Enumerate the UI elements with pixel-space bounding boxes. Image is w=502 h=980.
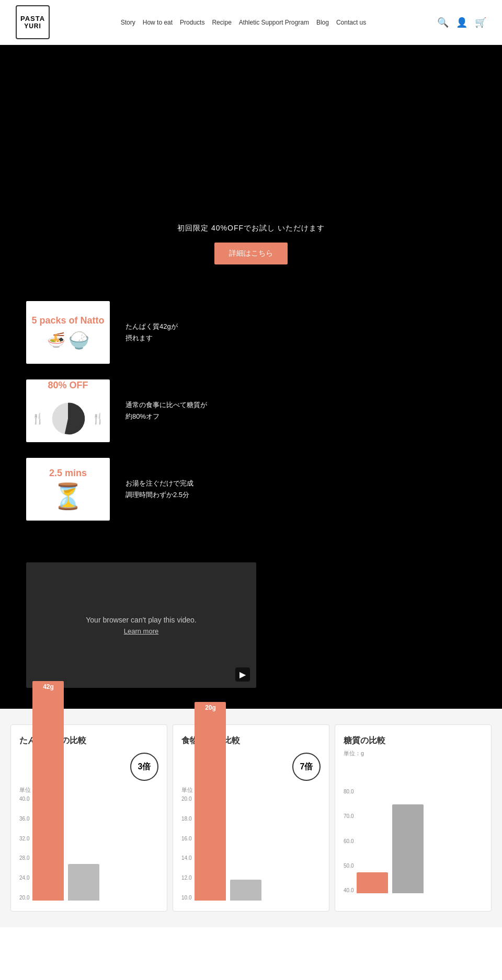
protein-multiplier: 3倍 bbox=[130, 753, 158, 781]
nav-story[interactable]: Story bbox=[121, 19, 135, 26]
feature-img-mins: 2.5 mins ⏳ bbox=[26, 458, 110, 521]
sugar-yaxis: 80.070.060.050.040.0 bbox=[344, 789, 353, 893]
natto-title: 5 packs of Natto bbox=[31, 315, 105, 326]
video-player: Your browser can't play this video. Lear… bbox=[26, 562, 256, 688]
protein-bar-compare bbox=[68, 864, 99, 901]
hero-button[interactable]: 詳細はこちら bbox=[214, 243, 288, 264]
hero-text: 初回限定 40%OFFでお試し いただけます bbox=[177, 224, 325, 233]
video-play-button[interactable]: ▶ bbox=[235, 667, 250, 682]
feature-img-off: 80% OFF 🍴 🍴 bbox=[26, 379, 110, 442]
logo[interactable]: PASTA YURI bbox=[16, 5, 50, 39]
feature-text-mins: お湯を注ぐだけで完成 調理時間わずか2.5分 bbox=[126, 478, 193, 501]
feature-text-off: 通常の食事に比べて糖質が 約80%オフ bbox=[126, 399, 207, 422]
video-learn-more[interactable]: Learn more bbox=[124, 627, 158, 635]
logo-line2: YURI bbox=[24, 22, 41, 30]
fiber-multiplier: 7倍 bbox=[292, 753, 321, 781]
feature-row-natto: 5 packs of Natto 🍜 🍚 たんぱく質42gが 摂れます bbox=[0, 296, 502, 369]
mins-title: 2.5 mins bbox=[31, 468, 105, 479]
protein-bar-pasta: 42g bbox=[32, 681, 64, 901]
login-icon[interactable]: 👤 bbox=[456, 17, 467, 28]
nav-products[interactable]: Products bbox=[180, 19, 204, 26]
video-section: Your browser can't play this video. Lear… bbox=[0, 552, 502, 709]
comparison-section: たんぱく質の比較 3倍 単位：g 40.036.032.028.024.020.… bbox=[0, 709, 502, 927]
protein-yaxis: 40.036.032.028.024.020.0 bbox=[19, 796, 29, 901]
header-icons: 🔍 👤 🛒 bbox=[437, 17, 486, 28]
feature-text-natto: たんぱく質42gが 摂れます bbox=[126, 321, 178, 344]
feature-row-mins: 2.5 mins ⏳ お湯を注ぐだけで完成 調理時間わずか2.5分 bbox=[0, 453, 502, 526]
hero-section: 初回限定 40%OFFでお試し いただけます 詳細はこちら bbox=[0, 45, 502, 285]
search-icon[interactable]: 🔍 bbox=[437, 17, 449, 28]
feature-row-off: 80% OFF 🍴 🍴 通常の食事に比べて糖質が 約80%オフ bbox=[0, 374, 502, 447]
hourglass-icon: ⏳ bbox=[31, 482, 105, 511]
nav-how[interactable]: How to eat bbox=[143, 19, 173, 26]
main-nav: Story How to eat Products Recipe Athleti… bbox=[50, 19, 437, 26]
pie-chart bbox=[48, 395, 88, 442]
comparison-card-protein: たんぱく質の比較 3倍 単位：g 40.036.032.028.024.020.… bbox=[10, 724, 167, 912]
comparison-card-sugar: 糖質の比較 単位：g 80.070.060.050.040.0 bbox=[335, 724, 492, 912]
logo-line1: PASTA bbox=[20, 15, 45, 23]
nav-contact[interactable]: Contact us bbox=[336, 19, 366, 26]
sugar-bar-compare bbox=[392, 804, 424, 893]
sugar-title: 糖質の比較 bbox=[344, 735, 483, 746]
fiber-bar-pasta: 20g bbox=[195, 702, 226, 901]
comparison-card-fiber: 食物繊維の比較 7倍 単位：g 20.018.016.014.012.010.0… bbox=[173, 724, 329, 912]
nav-recipe[interactable]: Recipe bbox=[212, 19, 231, 26]
sugar-unit: 単位：g bbox=[344, 750, 483, 757]
nav-blog[interactable]: Blog bbox=[316, 19, 329, 26]
fiber-yaxis: 20.018.016.014.012.010.0 bbox=[181, 796, 191, 901]
fiber-bar-compare bbox=[230, 880, 261, 901]
video-cant-play: Your browser can't play this video. bbox=[86, 616, 197, 624]
sugar-bar-pasta bbox=[357, 872, 388, 893]
nav-athletic[interactable]: Athletic Support Program bbox=[239, 19, 309, 26]
cart-icon[interactable]: 🛒 bbox=[475, 17, 486, 28]
feature-img-natto: 5 packs of Natto 🍜 🍚 bbox=[26, 301, 110, 364]
off-title: 80% OFF bbox=[31, 380, 105, 391]
header: PASTA YURI Story How to eat Products Rec… bbox=[0, 0, 502, 45]
features-section: 5 packs of Natto 🍜 🍚 たんぱく質42gが 摂れます 80% … bbox=[0, 285, 502, 552]
